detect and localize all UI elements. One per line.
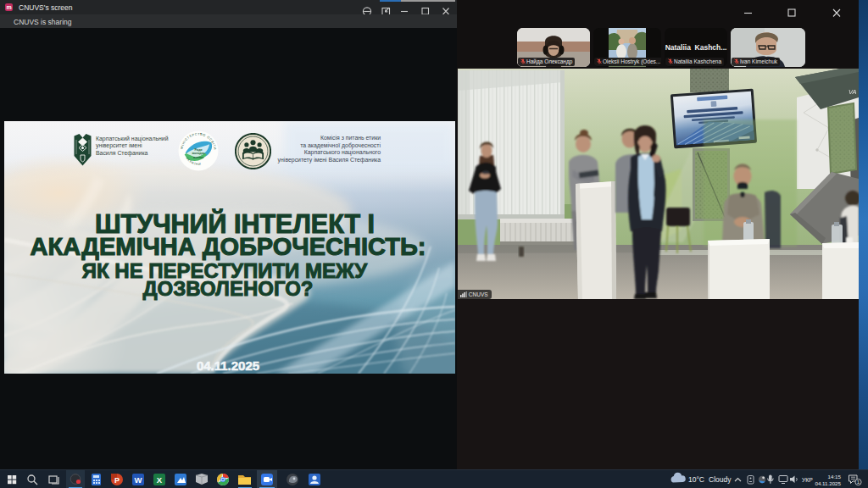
svg-text:VA: VA bbox=[849, 88, 857, 96]
svg-text:04.11.2025: 04.11.2025 bbox=[815, 480, 841, 486]
svg-text:10°C: 10°C bbox=[688, 475, 704, 484]
svg-text:вчених: вчених bbox=[193, 156, 203, 159]
svg-text:УКР: УКР bbox=[802, 477, 813, 483]
svg-text:W: W bbox=[135, 475, 142, 485]
svg-text:Cloudy: Cloudy bbox=[709, 475, 732, 484]
svg-text:P: P bbox=[114, 476, 120, 485]
svg-text:14:15: 14:15 bbox=[828, 474, 842, 480]
svg-text:X: X bbox=[157, 475, 163, 485]
